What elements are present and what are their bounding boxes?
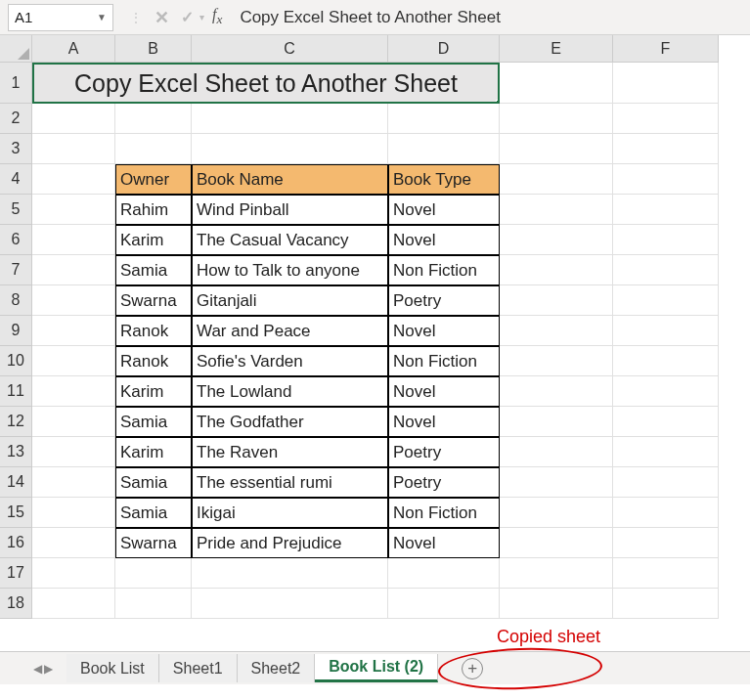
cell-E1[interactable] [500, 63, 613, 104]
cell-E15[interactable] [500, 498, 613, 528]
cell-D2[interactable] [388, 104, 500, 134]
cell-D17[interactable] [388, 558, 500, 589]
cell-F6[interactable] [613, 225, 719, 255]
table-cell-owner[interactable]: Karim [115, 225, 192, 255]
table-cell-book-name[interactable]: Wind Pinball [192, 195, 388, 225]
table-cell-book-type[interactable]: Poetry [388, 437, 500, 467]
table-cell-book-type[interactable]: Novel [388, 195, 500, 225]
cell-E8[interactable] [500, 285, 613, 316]
row-header-9[interactable]: 9 [0, 316, 32, 346]
cell-B17[interactable] [115, 558, 192, 589]
table-cell-book-name[interactable]: The Casual Vacancy [192, 225, 388, 255]
cell-F9[interactable] [613, 316, 719, 346]
cell-F17[interactable] [613, 558, 719, 589]
table-cell-book-type[interactable]: Non Fiction [388, 255, 500, 285]
table-header-book-type[interactable]: Book Type [388, 164, 500, 195]
table-cell-book-name[interactable]: The essential rumi [192, 467, 388, 498]
table-cell-book-type[interactable]: Poetry [388, 467, 500, 498]
table-cell-book-type[interactable]: Novel [388, 225, 500, 255]
column-header-E[interactable]: E [500, 35, 613, 63]
cell-F5[interactable] [613, 195, 719, 225]
cell-A5[interactable] [32, 195, 115, 225]
row-header-16[interactable]: 16 [0, 528, 32, 558]
tab-nav-arrows[interactable]: ◀▶ [33, 662, 53, 676]
column-header-B[interactable]: B [115, 35, 192, 63]
table-header-owner[interactable]: Owner [115, 164, 192, 195]
sheet-tab[interactable]: Sheet2 [238, 654, 316, 682]
cell-A3[interactable] [32, 134, 115, 164]
table-cell-book-type[interactable]: Novel [388, 407, 500, 437]
table-cell-book-type[interactable]: Novel [388, 316, 500, 346]
sheet-tab[interactable]: Book List (2) [315, 654, 438, 682]
cell-E4[interactable] [500, 164, 613, 195]
cell-A16[interactable] [32, 528, 115, 558]
table-cell-book-name[interactable]: Pride and Prejudice [192, 528, 388, 558]
row-header-5[interactable]: 5 [0, 195, 32, 225]
table-cell-book-name[interactable]: Gitanjali [192, 285, 388, 316]
cell-A18[interactable] [32, 589, 115, 619]
cell-A13[interactable] [32, 437, 115, 467]
table-cell-owner[interactable]: Swarna [115, 285, 192, 316]
cell-A9[interactable] [32, 316, 115, 346]
table-cell-owner[interactable]: Samia [115, 407, 192, 437]
table-cell-book-name[interactable]: The Godfather [192, 407, 388, 437]
row-header-8[interactable]: 8 [0, 285, 32, 316]
cell-C3[interactable] [192, 134, 388, 164]
cell-E6[interactable] [500, 225, 613, 255]
table-cell-owner[interactable]: Samia [115, 498, 192, 528]
cell-F7[interactable] [613, 255, 719, 285]
cell-A11[interactable] [32, 376, 115, 407]
cell-F11[interactable] [613, 376, 719, 407]
table-cell-book-type[interactable]: Non Fiction [388, 498, 500, 528]
cell-A14[interactable] [32, 467, 115, 498]
cell-E12[interactable] [500, 407, 613, 437]
fx-icon[interactable]: fx [212, 6, 222, 27]
table-cell-book-name[interactable]: The Lowland [192, 376, 388, 407]
cell-A17[interactable] [32, 558, 115, 589]
cell-A15[interactable] [32, 498, 115, 528]
table-cell-owner[interactable]: Rahim [115, 195, 192, 225]
row-header-6[interactable]: 6 [0, 225, 32, 255]
cell-E14[interactable] [500, 467, 613, 498]
row-header-2[interactable]: 2 [0, 104, 32, 134]
sheet-tab[interactable]: Book List [66, 654, 159, 682]
table-cell-book-name[interactable]: How to Talk to anyone [192, 255, 388, 285]
table-cell-book-type[interactable]: Non Fiction [388, 346, 500, 376]
row-header-4[interactable]: 4 [0, 164, 32, 195]
cell-E17[interactable] [500, 558, 613, 589]
sheet-tab[interactable]: Sheet1 [159, 654, 238, 682]
table-cell-owner[interactable]: Samia [115, 255, 192, 285]
chevron-down-icon[interactable]: ▼ [97, 12, 107, 22]
cell-C2[interactable] [192, 104, 388, 134]
cell-F4[interactable] [613, 164, 719, 195]
title-cell-A1[interactable]: Copy Excel Sheet to Another Sheet [32, 63, 500, 104]
column-header-A[interactable]: A [32, 35, 115, 63]
cell-E2[interactable] [500, 104, 613, 134]
cell-A10[interactable] [32, 346, 115, 376]
cell-E10[interactable] [500, 346, 613, 376]
row-header-3[interactable]: 3 [0, 134, 32, 164]
cell-F8[interactable] [613, 285, 719, 316]
cell-E11[interactable] [500, 376, 613, 407]
select-all-corner[interactable] [0, 35, 32, 63]
row-header-1[interactable]: 1 [0, 63, 32, 104]
cell-F13[interactable] [613, 437, 719, 467]
table-cell-book-name[interactable]: The Raven [192, 437, 388, 467]
cell-A2[interactable] [32, 104, 115, 134]
cell-B18[interactable] [115, 589, 192, 619]
row-header-10[interactable]: 10 [0, 346, 32, 376]
cell-F1[interactable] [613, 63, 719, 104]
cell-F2[interactable] [613, 104, 719, 134]
cell-A8[interactable] [32, 285, 115, 316]
cell-B2[interactable] [115, 104, 192, 134]
table-cell-owner[interactable]: Ranok [115, 316, 192, 346]
row-header-15[interactable]: 15 [0, 498, 32, 528]
cell-B3[interactable] [115, 134, 192, 164]
cell-F14[interactable] [613, 467, 719, 498]
table-cell-book-name[interactable]: Ikigai [192, 498, 388, 528]
formula-bar-input[interactable]: Copy Excel Sheet to Another Sheet [240, 8, 501, 27]
cell-E18[interactable] [500, 589, 613, 619]
table-cell-owner[interactable]: Karim [115, 437, 192, 467]
table-cell-book-type[interactable]: Novel [388, 376, 500, 407]
column-header-F[interactable]: F [613, 35, 719, 63]
